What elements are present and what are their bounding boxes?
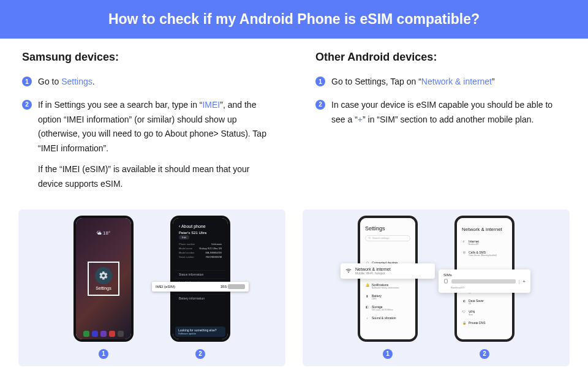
other-section-title: Other Android devices: [315, 51, 566, 64]
info-row: Model nameGalaxy S21 Ultra 5G [175, 246, 225, 251]
row-value: Unknown [211, 243, 222, 246]
row-key: Phone number [179, 243, 195, 246]
dock-app-icon [109, 331, 115, 337]
plus-link[interactable]: + [358, 115, 363, 124]
sims-header: SIMs [443, 273, 526, 277]
phones-row: 🌥 18° Settings [0, 209, 588, 366]
dock-app-icon [92, 331, 98, 337]
settings-icon-highlight: Settings [88, 262, 119, 296]
settings-row: ◧Storage54% used - 58.73 GB free [363, 303, 413, 314]
row-subtitle: None [469, 314, 475, 316]
imei-blurred-value [228, 284, 245, 289]
dock [76, 331, 131, 337]
settings-link[interactable]: Settings [61, 77, 92, 86]
row-key: Serial number [179, 255, 194, 258]
dock-app-icon [118, 331, 124, 337]
samsung-phone-2: ‹ About phone Peter's S21 Ultra Edit Pho… [170, 216, 230, 342]
info-row: Model numberSM-G998U/DS [175, 251, 225, 255]
android-settings-screen: Settings Search settings ⬡Connected devi… [360, 218, 415, 339]
settings-row: 🔔NotificationsNotification history, conv… [363, 281, 413, 292]
text-fragment: Go to Settings, Tap on “ [331, 77, 421, 86]
ni-row: 🔒Private DNS [459, 318, 510, 328]
row-title: Private DNS [469, 321, 486, 325]
info-row: Serial numberR5CR0985VM [175, 255, 225, 259]
samsung-phones-panel: 🌥 18° Settings [18, 209, 285, 366]
step-number-badge: 2 [22, 100, 32, 110]
step-paragraph: If the “IMEI (eSIM)” is available it sho… [38, 162, 273, 192]
row-title: Sound & vibration [372, 316, 396, 320]
about-phone-screen: ‹ About phone Peter's S21 Ultra Edit Pho… [173, 218, 228, 339]
step-text: Go to Settings. [38, 75, 95, 89]
network-internet-callout: Network & internet Mobile, Wi-Fi, hotspo… [341, 263, 435, 279]
text-fragment: Go to [38, 77, 61, 86]
settings-row: ♪Sound & vibration [363, 314, 413, 323]
imei-link[interactable]: IMEI [202, 100, 220, 110]
settings-app-icon [95, 267, 112, 284]
row-key: Model name [179, 247, 192, 250]
step-number-badge: 1 [315, 77, 325, 86]
samsung-phone-1: 🌥 18° Settings [74, 216, 134, 342]
settings-row: ▮Battery100% [363, 292, 413, 303]
gear-icon [99, 271, 108, 281]
step-text: If in Settings you see a search bar, typ… [38, 98, 273, 192]
page-title: How to check if my Android Phone is eSIM… [108, 11, 480, 27]
other-phone-1: Settings Search settings ⬡Connected devi… [358, 216, 418, 342]
suggestion-link: Software update [178, 332, 196, 335]
row-subtitle: RentlessGO [469, 243, 479, 246]
imei-esim-label: IMEI (eSIM) [156, 285, 175, 288]
row-title: VPN [469, 310, 475, 314]
search-placeholder: Search settings [372, 236, 390, 239]
datasaver-icon: ◐ [462, 299, 466, 303]
step-number-badge: 1 [22, 77, 32, 86]
row-subtitle: China Unicom (Roaming disabled) [469, 254, 497, 257]
content-columns: Samsung devices: 1 Go to Settings. 2 If … [0, 39, 588, 200]
plus-icon: + [522, 279, 526, 284]
dock-app-icon [100, 331, 107, 337]
network-internet-link[interactable]: Network & internet [421, 77, 492, 86]
samsung-step-2: 2 If in Settings you see a search bar, t… [22, 98, 273, 192]
row-subtitle: 54% used - 58.73 GB free [372, 309, 393, 311]
other-step-2: 2 In case your device is eSIM capable yo… [315, 98, 566, 127]
storage-icon: ◧ [365, 305, 369, 309]
suggestion-card: Looking for something else? Software upd… [175, 326, 225, 337]
svg-rect-2 [445, 279, 448, 283]
text-fragment: If in Settings you see a search bar, typ… [38, 100, 202, 110]
imei-callout: IMEI (eSIM) 355 [152, 282, 249, 292]
svg-point-0 [369, 237, 371, 239]
sim-carrier: RentlessGO [451, 286, 526, 289]
separator: | [519, 279, 520, 284]
ni-title: Network & internet [462, 227, 507, 232]
sim-blurred-value [451, 279, 516, 284]
weather-widget: 🌥 18° [76, 230, 131, 236]
other-column: Other Android devices: 1 Go to Settings,… [315, 51, 566, 200]
text-fragment: ” [492, 77, 495, 86]
phone-row: Settings Search settings ⬡Connected devi… [358, 216, 514, 359]
about-phone-header: ‹ About phone [179, 224, 225, 228]
battery-icon: ▮ [365, 294, 369, 298]
settings-title: Settings [365, 225, 410, 232]
imei-prefix: 355 [221, 285, 227, 288]
svg-line-1 [370, 238, 371, 239]
step-text: Go to Settings, Tap on “Network & intern… [331, 75, 495, 89]
phone-icon: ✆ [462, 251, 466, 255]
samsung-step-1: 1 Go to Settings. [22, 75, 273, 89]
device-name: Peter's S21 Ultra [179, 231, 225, 235]
other-phone-2-cell: Network & internet ᯤInternetRentlessGO ✆… [454, 216, 514, 359]
phone-number-badge: 2 [195, 349, 205, 359]
search-icon [368, 236, 371, 239]
step-text: In case your device is eSIM capable you … [331, 98, 566, 127]
row-key: Model number [179, 251, 195, 254]
section-link: Battery information [175, 294, 225, 302]
vpn-icon: 🛡 [462, 310, 466, 314]
settings-label: Settings [96, 286, 111, 290]
edit-button: Edit [179, 235, 189, 239]
step-number-badge: 2 [315, 100, 325, 110]
page-header: How to check if my Android Phone is eSIM… [0, 0, 588, 39]
phone-number-badge: 2 [480, 349, 489, 359]
callout-title: Network & internet [355, 267, 391, 271]
sound-icon: ♪ [365, 316, 369, 320]
info-row: Phone numberUnknown [175, 242, 225, 246]
sims-callout: SIMs | + RentlessGO [439, 270, 530, 293]
wifi-icon: ᯤ [462, 239, 466, 244]
phone-number-badge: 1 [99, 349, 108, 359]
